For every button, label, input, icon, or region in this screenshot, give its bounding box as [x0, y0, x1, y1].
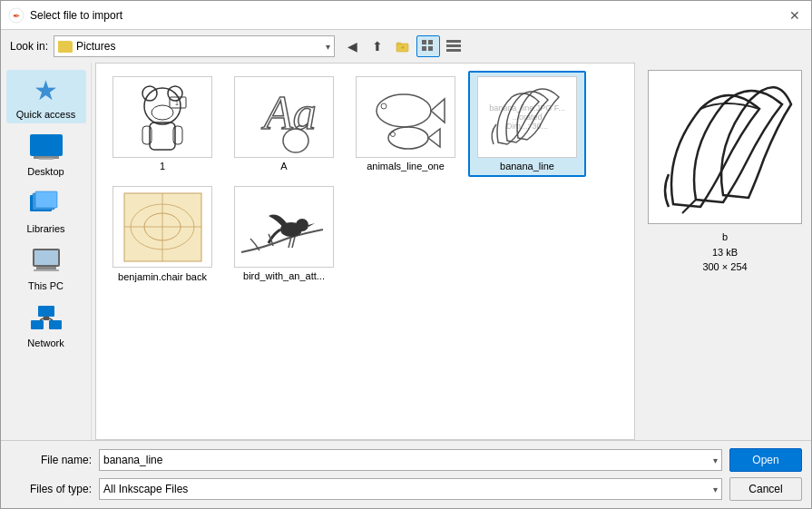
svg-rect-19: [34, 250, 58, 265]
svg-rect-5: [422, 40, 426, 44]
svg-line-51: [292, 237, 295, 248]
preview-panel: b 13 kB 300 × 254: [639, 63, 811, 440]
sidebar-item-quick-access[interactable]: ★ Quick access: [6, 70, 86, 123]
svg-rect-14: [39, 158, 54, 160]
close-button[interactable]: ✕: [786, 6, 804, 24]
files-type-dropdown-arrow-icon: ▾: [713, 485, 718, 494]
view-list-button[interactable]: [442, 35, 465, 57]
file-item-animals[interactable]: animals_line_one: [347, 71, 465, 177]
files-type-dropdown[interactable]: All Inkscape Files ▾: [99, 478, 722, 500]
preview-filesize: 13 kB: [702, 245, 747, 260]
bottom-bar: File name: banana_line ▾ Open Files of t…: [1, 440, 811, 508]
title-bar-left: ✒ Select file to import: [8, 7, 122, 24]
sidebar-label-network: Network: [27, 338, 64, 348]
svg-rect-32: [150, 122, 175, 150]
sidebar-label-this-pc: This PC: [28, 280, 64, 291]
file-grid-wrapper: 1 1 Aa: [95, 63, 635, 440]
svg-rect-6: [428, 40, 433, 44]
svg-rect-25: [49, 320, 62, 329]
look-in-label: Look in:: [10, 40, 48, 53]
files-type-value: All Inkscape Files: [103, 483, 188, 495]
open-button[interactable]: Open: [729, 448, 802, 472]
preview-image: [648, 70, 802, 224]
file-item-bird[interactable]: bird_with_an_att...: [225, 181, 343, 289]
desktop-icon: [30, 131, 63, 163]
thumbnail-banana: banana_line.JPG F......oratedDim...: 30.…: [477, 76, 577, 158]
view-list-icon: [446, 40, 461, 53]
file-item-banana[interactable]: banana_line.JPG F......oratedDim...: 30.…: [468, 71, 586, 177]
this-pc-icon: [30, 245, 63, 278]
inkscape-icon: ✒: [8, 7, 24, 24]
view-icons-button[interactable]: [416, 35, 440, 57]
preview-dimensions: 300 × 254: [702, 259, 747, 275]
svg-rect-22: [38, 306, 54, 317]
file-name-benjamin: benjamin.chair back: [118, 270, 207, 283]
file-name-bird: bird_with_an_att...: [243, 270, 325, 281]
svg-rect-20: [36, 267, 56, 269]
sidebar-item-network[interactable]: Network: [6, 299, 86, 352]
network-icon: [30, 302, 63, 335]
dialog-title: Select file to import: [30, 9, 122, 22]
dialog: ✒ Select file to import ✕ Look in: Pictu…: [0, 0, 812, 509]
file-name-label: File name:: [10, 454, 92, 466]
files-type-row: Files of type: All Inkscape Files ▾ Canc…: [10, 477, 802, 501]
new-folder-button[interactable]: +: [391, 35, 415, 57]
sidebar-item-this-pc[interactable]: This PC: [6, 241, 86, 295]
svg-point-40: [381, 103, 386, 109]
svg-rect-8: [428, 46, 433, 51]
file-name-animals: animals_line_one: [367, 161, 445, 171]
svg-rect-9: [446, 40, 461, 43]
sidebar-item-desktop[interactable]: Desktop: [6, 127, 86, 181]
file-name-banana: banana_line: [500, 161, 554, 171]
thumbnail-benjamin: [113, 186, 212, 268]
file-item-a[interactable]: Aa A: [225, 71, 343, 177]
look-in-dropdown[interactable]: Pictures ▾: [54, 35, 335, 57]
svg-rect-11: [446, 49, 461, 52]
thumbnail-animals: [356, 76, 455, 158]
dropdown-arrow-icon: ▾: [326, 42, 330, 52]
files-type-label: Files of type:: [10, 483, 92, 495]
svg-rect-17: [35, 191, 57, 208]
svg-text:1: 1: [175, 100, 179, 106]
svg-rect-12: [30, 134, 63, 156]
svg-text:✒: ✒: [13, 11, 20, 21]
title-bar: ✒ Select file to import ✕: [1, 1, 811, 30]
thumbnail-bird: [234, 186, 334, 268]
toolbar: Look in: Pictures ▾ ◀ ⬆ +: [1, 30, 811, 63]
back-button[interactable]: ◀: [340, 35, 364, 57]
new-folder-icon: +: [396, 40, 410, 53]
file-name-row: File name: banana_line ▾ Open: [10, 448, 802, 472]
libraries-icon: [30, 188, 63, 220]
toolbar-buttons: ◀ ⬆ +: [340, 35, 465, 57]
svg-point-41: [388, 127, 428, 149]
svg-rect-21: [34, 269, 59, 271]
view-icons-icon: [422, 40, 435, 53]
quick-access-icon: ★: [30, 73, 63, 106]
file-item-1[interactable]: 1 1: [103, 71, 221, 177]
file-name-input[interactable]: banana_line ▾: [99, 449, 722, 471]
thumbnail-1: 1: [113, 76, 212, 158]
up-button[interactable]: ⬆: [366, 35, 389, 57]
svg-rect-43: [124, 193, 201, 261]
preview-info: b 13 kB 300 × 254: [702, 230, 747, 275]
svg-text:+: +: [401, 44, 405, 51]
svg-point-42: [390, 132, 395, 136]
sidebar: ★ Quick access Desktop: [1, 63, 92, 440]
file-grid: 1 1 Aa: [96, 64, 634, 439]
file-name-1: 1: [160, 161, 165, 171]
file-name-a: A: [280, 161, 287, 171]
file-name-dropdown-arrow-icon: ▾: [713, 455, 718, 465]
sidebar-label-desktop: Desktop: [27, 166, 64, 177]
preview-filename: b: [702, 230, 747, 245]
svg-point-49: [296, 219, 308, 231]
svg-rect-10: [446, 44, 461, 47]
sidebar-label-quick-access: Quick access: [16, 109, 75, 120]
sidebar-item-libraries[interactable]: Libraries: [6, 184, 86, 238]
folder-icon: [58, 41, 73, 53]
cancel-button[interactable]: Cancel: [729, 477, 802, 501]
file-item-benjamin[interactable]: benjamin.chair back: [103, 181, 221, 289]
file-name-input-value: banana_line: [103, 454, 162, 466]
svg-point-28: [144, 88, 181, 124]
svg-rect-7: [422, 46, 426, 51]
main-area: ★ Quick access Desktop: [1, 63, 811, 440]
